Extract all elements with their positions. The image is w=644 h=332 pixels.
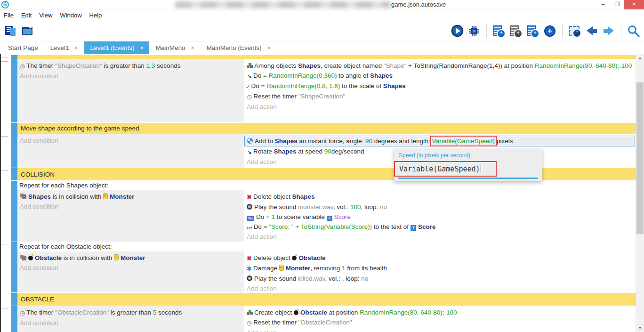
app-icon: G (1, 1, 9, 8)
event-handle[interactable] (11, 55, 17, 59)
tab-close-icon[interactable]: × (267, 45, 271, 51)
add-condition-link[interactable]: Add condition (17, 71, 244, 81)
scroll-up-arrow[interactable]: ▲ (636, 54, 644, 62)
action-line[interactable]: txtDo = "Score: " + ToString(Variable(Sc… (244, 222, 636, 232)
action-line[interactable]: ✖Delete object Obstacle (244, 253, 636, 263)
event-handle[interactable] (11, 293, 17, 306)
scroll-down-arrow[interactable]: ▼ (636, 324, 644, 332)
tab-level1-events-[interactable]: Level1 (Events)× (84, 41, 150, 54)
action-line[interactable]: Play the sound monster.wav, vol.: 100, l… (244, 202, 636, 212)
event-handle[interactable] (11, 306, 17, 332)
text-caret (481, 165, 481, 173)
add-comment-icon[interactable] (526, 24, 539, 38)
condition-line[interactable]: ◷The timer "ShapeCreation" is greater th… (17, 61, 244, 71)
comment-event[interactable]: COLLISION (17, 168, 636, 180)
tab-close-icon[interactable]: × (140, 45, 143, 51)
add-action-link[interactable]: Add action (244, 283, 636, 293)
add-condition-link[interactable]: Add condition (17, 318, 244, 328)
condition-line[interactable]: Shapes is in collision with Monster (17, 192, 244, 202)
tab-label: Level1 (50, 44, 69, 51)
action-line[interactable]: ✖Delete object Shapes (244, 192, 636, 202)
events-sheet: ◷The timer "ShapeCreation" is greater th… (0, 54, 644, 332)
action-line[interactable]: ✱Damage Monster, removing 1 from its hea… (244, 263, 636, 274)
action-line[interactable]: VarDo + 1 to scene variable ≡Score (244, 212, 636, 222)
action-line[interactable]: ◷Reset the timer "ObstacleCreation" (244, 317, 636, 328)
menu-window[interactable]: Window (60, 10, 86, 20)
collision-icon (20, 194, 26, 199)
selected-action-line[interactable]: Add to Shapes an instant force, angle: 9… (244, 136, 635, 146)
debug-icon[interactable] (467, 24, 481, 38)
txt-icon: txt (247, 225, 252, 230)
event-block: ◷The timer "ObstacleCreation" is greater… (17, 306, 636, 332)
input-underline (398, 178, 538, 179)
redo-icon[interactable] (602, 24, 615, 38)
action-line[interactable]: ↕Do = RandomInRange(0.8, 1.6) to the sca… (244, 81, 636, 91)
event-handle[interactable] (11, 123, 17, 134)
action-line[interactable]: ◷Reset the timer "ShapeCreation" (244, 91, 636, 102)
condition-line[interactable]: ◷The timer "ObstacleCreation" is greater… (17, 308, 244, 318)
add-condition-link[interactable]: Add condition (17, 136, 244, 146)
menu-help[interactable]: Help (89, 10, 107, 20)
delete-event-icon[interactable] (568, 24, 581, 38)
undo-icon[interactable] (585, 24, 598, 38)
add-circle-icon[interactable]: + (543, 24, 556, 38)
project-manager-icon[interactable] (4, 24, 17, 38)
add-event-icon[interactable] (492, 24, 506, 38)
window-title: game.json.autosave (391, 1, 446, 8)
event-handle[interactable] (11, 242, 17, 292)
minimize-button[interactable]: – (596, 0, 610, 9)
add-condition-link[interactable]: Add condition (17, 263, 244, 273)
comment-event[interactable]: Move shape according to the game speed (17, 123, 636, 134)
menu-file[interactable]: File (4, 10, 18, 20)
foreach-header[interactable]: Repeat for each Obstacle object: (17, 242, 636, 251)
comment-event[interactable]: OBSTACLE (17, 293, 636, 306)
add-subevent-icon[interactable] (509, 24, 523, 38)
restore-button[interactable]: ❐ (610, 0, 624, 9)
vertical-scrollbar[interactable]: ▲ ▼ (636, 54, 644, 332)
action-line[interactable]: Create object Obstacle at position Rando… (244, 308, 636, 317)
conditions-column: Obstacle is in collision with MonsterAdd… (17, 251, 244, 292)
tab-close-icon[interactable]: × (75, 45, 78, 51)
event-handle[interactable] (11, 181, 17, 242)
tab-close-icon[interactable]: × (191, 45, 194, 51)
event-block: Repeat for each Shapes object:Shapes is … (17, 181, 636, 242)
event-handle[interactable] (11, 168, 17, 180)
tab-start-page[interactable]: Start Page (2, 41, 44, 54)
add-action-link[interactable]: Add action (244, 328, 636, 332)
menu-view[interactable]: View (39, 10, 57, 20)
close-button[interactable]: × (624, 0, 644, 9)
actions-column: ✖Delete object ShapesPlay the sound mons… (244, 190, 636, 242)
search-icon[interactable] (627, 24, 640, 38)
foreach-event: Repeat for each Shapes object:Shapes is … (17, 181, 636, 242)
tab-mainmenu[interactable]: MainMenu× (149, 41, 200, 54)
sheet-row: ◷The timer "ObstacleCreation" is greater… (1, 306, 636, 332)
scene-window-icon[interactable] (21, 24, 34, 38)
add-action-link[interactable]: Add action (244, 102, 636, 112)
condition-line[interactable]: Obstacle is in collision with Monster (17, 253, 244, 263)
event-gutter (1, 55, 11, 59)
tab-mainmenu-events-[interactable]: MainMenu (Events)× (200, 41, 276, 54)
monster-icon (103, 193, 108, 199)
scrollbar-thumb[interactable] (636, 82, 644, 234)
action-line[interactable]: ↘Do = RandomInRange(0,360) to angle of S… (244, 71, 636, 81)
event-handle[interactable] (11, 134, 17, 168)
expression-input[interactable]: Variable(GameSpeed) (399, 165, 480, 173)
tab-level1[interactable]: Level1× (44, 41, 84, 54)
event-handle[interactable] (11, 59, 17, 122)
add-action-link[interactable]: Add action (244, 232, 636, 242)
conditions-column: Shapes is in collision with MonsterAdd c… (17, 190, 244, 242)
obstacle-icon (294, 310, 298, 315)
event-gutter (1, 134, 11, 168)
sheet-row: ◷The timer "ShapeCreation" is greater th… (1, 59, 636, 122)
menu-edit[interactable]: Edit (21, 10, 36, 20)
comment-event-partial[interactable] (17, 55, 636, 59)
timer-icon: ◷ (247, 92, 252, 102)
create-object-icon (247, 310, 252, 315)
foreach-header[interactable]: Repeat for each Shapes object: (17, 181, 636, 190)
add-condition-link[interactable]: Add condition (17, 202, 244, 211)
sheet-row: OBSTACLE (1, 293, 636, 306)
action-line[interactable]: Among objects Shapes, create object name… (244, 61, 636, 71)
create-object-icon (247, 63, 252, 68)
action-line[interactable]: Play the sound killed.wav, vol.: , loop:… (244, 274, 636, 283)
play-icon[interactable] (451, 24, 464, 38)
